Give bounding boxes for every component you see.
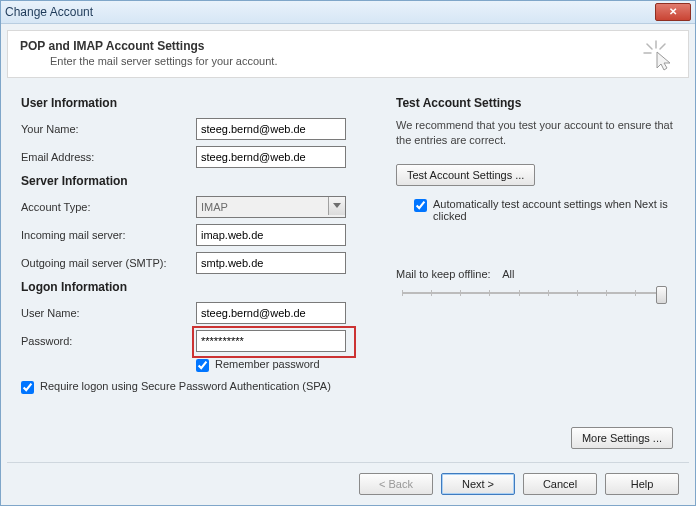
remember-password-checkbox[interactable] <box>196 359 209 372</box>
header-title: POP and IMAP Account Settings <box>20 39 676 53</box>
your-name-field[interactable] <box>196 118 346 140</box>
label-user-name: User Name: <box>21 307 196 319</box>
window-title: Change Account <box>5 5 93 19</box>
section-user-info: User Information <box>21 96 376 110</box>
user-name-field[interactable] <box>196 302 346 324</box>
label-email: Email Address: <box>21 151 196 163</box>
header-subtitle: Enter the mail server settings for your … <box>50 55 676 67</box>
label-remember: Remember password <box>215 358 320 370</box>
section-test: Test Account Settings <box>396 96 677 110</box>
close-icon: ✕ <box>669 7 677 17</box>
slider-thumb[interactable] <box>656 286 667 304</box>
section-logon-info: Logon Information <box>21 280 376 294</box>
dialog-body: User Information Your Name: Email Addres… <box>1 78 695 398</box>
svg-line-3 <box>660 44 665 49</box>
svg-line-2 <box>647 44 652 49</box>
close-button[interactable]: ✕ <box>655 3 691 21</box>
more-settings-button[interactable]: More Settings ... <box>571 427 673 449</box>
test-blurb: We recommend that you test your account … <box>396 118 677 148</box>
chevron-down-icon <box>328 197 345 215</box>
section-server-info: Server Information <box>21 174 376 188</box>
cursor-star-icon <box>642 39 674 73</box>
next-button[interactable]: Next > <box>441 473 515 495</box>
require-spa-checkbox[interactable] <box>21 381 34 394</box>
email-field[interactable] <box>196 146 346 168</box>
password-field[interactable] <box>196 330 346 352</box>
label-your-name: Your Name: <box>21 123 196 135</box>
label-account-type: Account Type: <box>21 201 196 213</box>
label-require-spa: Require logon using Secure Password Auth… <box>40 380 331 392</box>
mail-keep-slider[interactable] <box>402 284 667 304</box>
mail-keep-value: All <box>502 268 514 280</box>
auto-test-checkbox[interactable] <box>414 199 427 212</box>
help-button[interactable]: Help <box>605 473 679 495</box>
wizard-footer: < Back Next > Cancel Help <box>7 462 689 499</box>
incoming-server-field[interactable] <box>196 224 346 246</box>
back-button: < Back <box>359 473 433 495</box>
label-password: Password: <box>21 335 196 347</box>
left-column: User Information Your Name: Email Addres… <box>21 90 376 398</box>
wizard-header: POP and IMAP Account Settings Enter the … <box>7 30 689 78</box>
outgoing-server-field[interactable] <box>196 252 346 274</box>
right-column: Test Account Settings We recommend that … <box>396 90 677 398</box>
account-type-select <box>196 196 346 218</box>
label-incoming: Incoming mail server: <box>21 229 196 241</box>
cancel-button[interactable]: Cancel <box>523 473 597 495</box>
change-account-dialog: Change Account ✕ POP and IMAP Account Se… <box>0 0 696 506</box>
label-auto-test: Automatically test account settings when… <box>433 198 674 222</box>
label-mail-keep: Mail to keep offline: <box>396 268 491 280</box>
titlebar: Change Account ✕ <box>1 1 695 24</box>
test-account-button[interactable]: Test Account Settings ... <box>396 164 535 186</box>
label-outgoing: Outgoing mail server (SMTP): <box>21 257 196 269</box>
